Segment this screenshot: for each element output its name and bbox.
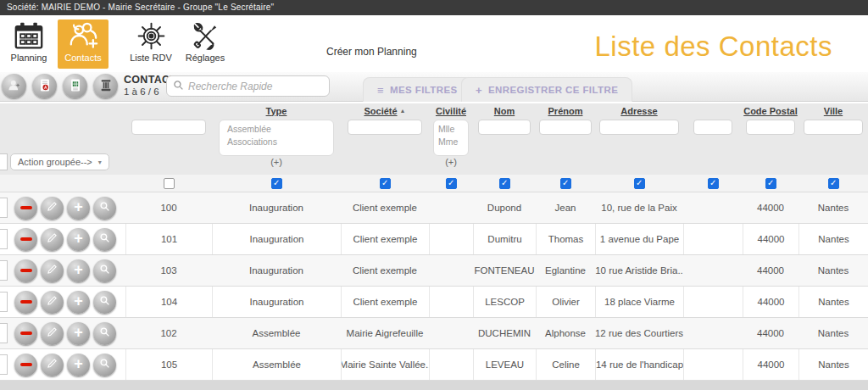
window-context-bar: Société: MAIRIE DEMO - Mairie Secrétaire… <box>0 0 868 15</box>
nav-item-planning[interactable]: Planning <box>3 20 54 69</box>
cell-civilite <box>429 224 473 254</box>
nav-label-reglages: Réglages <box>180 53 231 63</box>
row-select-stub[interactable] <box>0 260 8 281</box>
view-row-button[interactable] <box>93 322 116 345</box>
column-header-code-postal[interactable]: Code Postal <box>743 106 798 116</box>
view-row-button[interactable] <box>93 259 116 282</box>
filter-societe-input[interactable] <box>348 120 422 135</box>
add-row-button[interactable]: + <box>67 322 90 345</box>
add-row-button[interactable]: + <box>67 197 90 220</box>
delete-row-button[interactable] <box>14 228 37 251</box>
column-checkbox-societe[interactable] <box>380 178 391 189</box>
cell-nom: Dumitru <box>473 224 536 254</box>
row-select-stub[interactable] <box>0 354 8 375</box>
edit-row-button[interactable] <box>41 197 64 220</box>
add-row-button[interactable]: + <box>67 228 90 251</box>
column-checkbox-prenom[interactable] <box>560 178 571 189</box>
table-row: + 101 Inauguration Client exemple Dumitr… <box>0 224 868 255</box>
row-select-stub[interactable] <box>0 323 8 343</box>
edit-row-button[interactable] <box>41 322 64 345</box>
edit-row-button[interactable] <box>41 291 64 314</box>
column-header-societe[interactable]: Société <box>364 106 397 116</box>
cell-extra <box>683 192 743 223</box>
table-row: + 102 Assemblée Mairie Aigrefeuille DUCH… <box>0 318 868 349</box>
column-checkbox-civilite[interactable] <box>446 178 457 189</box>
create-planning-link[interactable]: Créer mon Planning <box>326 46 417 58</box>
column-checkbox-code-postal[interactable] <box>765 178 776 189</box>
nav-label-planning: Planning <box>3 53 54 63</box>
view-row-button[interactable] <box>93 197 116 220</box>
table-row: + 105 Assemblée Mairie Sainte Vallée.. L… <box>0 349 868 381</box>
add-row-button[interactable]: + <box>67 354 90 376</box>
quick-search[interactable] <box>166 75 330 97</box>
filter-civilite-multiselect[interactable]: Mlle Mme <box>433 120 469 156</box>
cell-civilite <box>429 255 473 286</box>
search-input[interactable] <box>188 81 323 92</box>
nav-item-contacts[interactable]: Contacts <box>58 20 108 69</box>
filter-type-option[interactable]: Assemblée <box>227 123 326 136</box>
app-window: Société: MAIRIE DEMO - Mairie Secrétaire… <box>0 0 868 390</box>
column-checkbox-type[interactable] <box>271 178 282 189</box>
delete-row-button[interactable] <box>14 354 37 376</box>
filter-code-postal-input[interactable] <box>746 120 795 135</box>
grouped-action-select[interactable]: Action groupée--> ▾ <box>10 153 109 170</box>
filter-ville-input[interactable] <box>804 120 863 135</box>
filter-type-multiselect[interactable]: Assemblée Associations <box>219 120 334 156</box>
column-header-type[interactable]: Type <box>266 106 287 116</box>
cell-prenom: Alphonse <box>536 318 595 348</box>
column-header-adresse[interactable]: Adresse <box>620 106 657 116</box>
filter-civilite-more-link[interactable]: (+) <box>445 157 457 167</box>
pencil-icon <box>47 264 58 277</box>
view-row-button[interactable] <box>93 228 116 251</box>
filter-extra-input[interactable] <box>693 120 732 135</box>
row-select-stub[interactable] <box>0 229 8 249</box>
filter-civilite-option[interactable]: Mme <box>438 136 464 148</box>
column-header-prenom[interactable]: Prénom <box>548 106 583 116</box>
add-row-button[interactable]: + <box>67 259 90 282</box>
delete-row-button[interactable] <box>14 291 37 314</box>
row-select-stub[interactable] <box>0 198 8 218</box>
save-filter-button[interactable]: + ENREGISTRER CE FILTRE <box>461 77 632 102</box>
filter-nom-input[interactable] <box>478 120 531 135</box>
mes-filtres-button[interactable]: ≡ MES FILTRES <box>363 77 472 102</box>
filter-type-option[interactable]: Associations <box>227 136 326 148</box>
column-checkbox-extra[interactable] <box>708 178 719 189</box>
column-checkbox-id[interactable] <box>164 178 175 189</box>
filter-civilite-option[interactable]: Mlle <box>438 123 464 136</box>
nav-item-liste-rdv[interactable]: Liste RDV <box>125 20 176 69</box>
column-header-ville[interactable]: Ville <box>824 106 843 116</box>
cell-extra <box>683 224 743 254</box>
edit-row-button[interactable] <box>41 354 64 376</box>
delete-row-button[interactable] <box>14 259 37 282</box>
column-checkbox-adresse[interactable] <box>634 178 645 189</box>
column-checkbox-ville[interactable] <box>828 178 839 189</box>
row-actions: + <box>0 349 125 380</box>
delete-row-button[interactable] <box>14 197 37 220</box>
delete-row-button[interactable] <box>14 322 37 345</box>
filter-adresse-input[interactable] <box>599 120 679 135</box>
view-row-button[interactable] <box>93 291 116 314</box>
column-header-civilite[interactable]: Civilité <box>436 106 466 116</box>
edit-row-button[interactable] <box>41 228 64 251</box>
export-excel-button[interactable] <box>63 74 87 98</box>
plus-icon: + <box>74 199 83 214</box>
cell-adresse: 14 rue de l'handicap <box>595 349 683 380</box>
add-row-button[interactable]: + <box>67 291 90 314</box>
plus-icon: + <box>74 262 83 277</box>
export-pdf-button[interactable] <box>32 74 57 98</box>
print-button[interactable] <box>93 74 118 98</box>
filter-id-input[interactable] <box>131 120 206 135</box>
filter-type-more-link[interactable]: (+) <box>270 157 282 167</box>
filter-area: Type Société▲ Civilité Nom Prénom Adress… <box>0 103 868 175</box>
nav-item-reglages[interactable]: Réglages <box>180 20 231 69</box>
view-row-button[interactable] <box>93 354 116 376</box>
add-contact-button[interactable] <box>2 74 26 98</box>
excel-file-icon <box>69 78 82 95</box>
row-select-stub[interactable] <box>0 292 8 312</box>
column-header-nom[interactable]: Nom <box>494 106 515 116</box>
menu-icon: ≡ <box>377 84 384 97</box>
column-checkbox-nom[interactable] <box>499 178 510 189</box>
magnifier-icon <box>99 232 110 246</box>
edit-row-button[interactable] <box>41 259 64 282</box>
filter-prenom-input[interactable] <box>539 120 592 135</box>
